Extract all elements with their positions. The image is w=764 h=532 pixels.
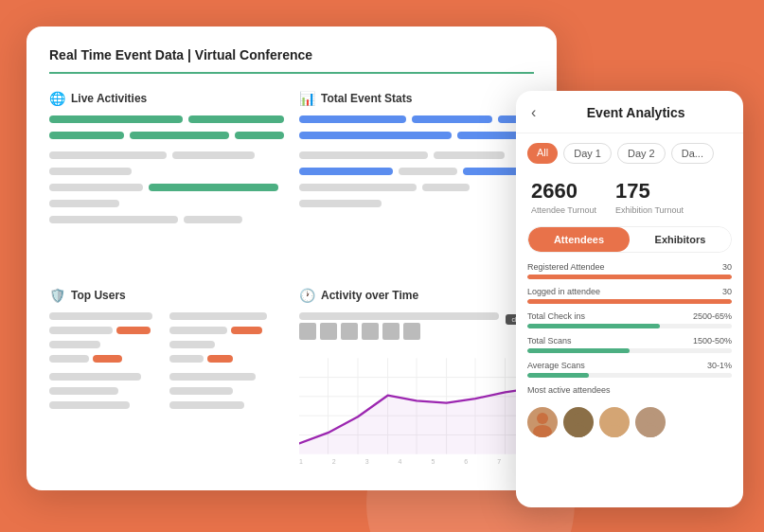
svg-point-13 bbox=[533, 425, 552, 437]
live-activities-bars bbox=[49, 115, 284, 226]
x-label: 3 bbox=[365, 458, 369, 465]
tab-day2[interactable]: Day 2 bbox=[617, 143, 666, 164]
bar bbox=[299, 323, 316, 340]
attendee-turnout-label: Attendee Turnout bbox=[531, 205, 596, 215]
bar bbox=[382, 323, 400, 340]
bar bbox=[49, 200, 119, 207]
bar bbox=[320, 323, 337, 340]
bar bbox=[169, 327, 227, 334]
bar bbox=[207, 355, 233, 363]
bar bbox=[299, 115, 406, 123]
metric-bar-fill bbox=[527, 324, 660, 328]
bar bbox=[169, 341, 215, 348]
bar bbox=[434, 151, 504, 159]
live-activities-label: Live Activities bbox=[71, 92, 147, 105]
bar bbox=[299, 312, 499, 320]
panel-title: Event Analytics bbox=[543, 105, 728, 120]
svg-point-18 bbox=[645, 413, 656, 424]
shield-icon: 🛡️ bbox=[49, 288, 65, 303]
metrics-list: Registered Attendee 30 Logged in attende… bbox=[516, 262, 743, 398]
svg-point-12 bbox=[537, 413, 548, 424]
attendee-turnout-number: 2660 bbox=[531, 179, 596, 204]
bar bbox=[188, 115, 284, 123]
avatar-1 bbox=[527, 407, 558, 437]
metric-logged-in: Logged in attendee 30 bbox=[527, 287, 732, 304]
avatar-2 bbox=[563, 407, 594, 437]
bar bbox=[299, 151, 428, 159]
svg-point-19 bbox=[641, 425, 660, 437]
clock-icon: 🕐 bbox=[299, 288, 315, 303]
total-event-stats-bars bbox=[299, 115, 534, 210]
total-event-stats-label: Total Event Stats bbox=[321, 92, 412, 105]
avatar-4 bbox=[635, 407, 666, 437]
exhibition-turnout-label: Exhibition Turnout bbox=[615, 205, 684, 215]
bar bbox=[169, 401, 244, 409]
top-users-grid bbox=[49, 312, 284, 412]
live-activities-section: 🌐 Live Activities bbox=[49, 91, 284, 273]
user-col-left bbox=[49, 312, 164, 412]
x-label: 5 bbox=[431, 458, 435, 465]
panel-header: ‹ Event Analytics bbox=[516, 91, 743, 133]
bar bbox=[49, 341, 100, 348]
metric-label: Logged in attendee bbox=[527, 287, 600, 296]
bar bbox=[169, 387, 233, 395]
bar bbox=[49, 401, 130, 409]
metric-bar-fill bbox=[527, 275, 732, 279]
activity-header: 🕐 Activity over Time bbox=[299, 288, 534, 303]
bar bbox=[93, 355, 121, 363]
bar bbox=[49, 184, 143, 191]
metric-label: Total Check ins bbox=[527, 311, 585, 321]
tab-all[interactable]: All bbox=[527, 143, 558, 164]
bar bbox=[169, 312, 267, 320]
live-activities-header: 🌐 Live Activities bbox=[49, 91, 284, 106]
bar bbox=[299, 184, 417, 191]
bar bbox=[49, 373, 141, 381]
x-label: 7 bbox=[497, 458, 501, 465]
svg-point-17 bbox=[605, 425, 624, 437]
tab-day1[interactable]: Day 1 bbox=[563, 143, 612, 164]
total-event-stats-section: 📊 Total Event Stats bbox=[299, 91, 534, 273]
bar bbox=[184, 216, 242, 223]
tab-more[interactable]: Da... bbox=[671, 143, 714, 164]
metric-bar-fill bbox=[527, 348, 630, 353]
avatar-3 bbox=[599, 407, 630, 437]
activity-chart bbox=[299, 354, 534, 458]
bar bbox=[130, 132, 229, 139]
exhibitors-toggle[interactable]: Exhibitors bbox=[630, 227, 731, 252]
attendees-toggle[interactable]: Attendees bbox=[528, 227, 630, 252]
exhibition-turnout-stat: 175 Exhibition Turnout bbox=[615, 179, 684, 215]
card-title: Real Time Event Data | Virtual Conferenc… bbox=[49, 47, 534, 74]
x-label: 4 bbox=[399, 458, 402, 465]
svg-point-15 bbox=[569, 425, 588, 437]
x-axis-labels: 1 2 3 4 5 6 7 8 bbox=[299, 458, 534, 465]
metric-total-checkins: Total Check ins 2500-65% bbox=[527, 311, 732, 328]
metric-value: 1500-50% bbox=[693, 336, 732, 346]
back-button[interactable]: ‹ bbox=[531, 104, 536, 121]
metric-value: 30 bbox=[722, 287, 732, 296]
chart-icon: 📊 bbox=[299, 91, 315, 106]
user-col-right bbox=[169, 312, 284, 412]
bar bbox=[399, 168, 457, 175]
bar bbox=[49, 115, 183, 123]
bar bbox=[116, 327, 151, 334]
top-users-section: 🛡️ Top Users bbox=[49, 288, 284, 470]
toggle-row: Attendees Exhibitors bbox=[527, 226, 732, 253]
bar bbox=[172, 151, 255, 159]
x-label: 1 bbox=[299, 458, 303, 465]
bar bbox=[49, 132, 124, 139]
total-event-stats-header: 📊 Total Event Stats bbox=[299, 91, 534, 106]
globe-icon: 🌐 bbox=[49, 91, 65, 106]
x-label: 2 bbox=[332, 458, 336, 465]
svg-point-16 bbox=[609, 413, 620, 424]
main-dashboard-card: Real Time Event Data | Virtual Conferenc… bbox=[27, 27, 557, 490]
bar bbox=[403, 323, 420, 340]
bar bbox=[299, 200, 382, 207]
bar bbox=[169, 355, 204, 363]
top-users-header: 🛡️ Top Users bbox=[49, 288, 284, 303]
attendee-turnout-stat: 2660 Attendee Turnout bbox=[531, 179, 596, 215]
bar bbox=[49, 312, 152, 320]
metric-bar-fill bbox=[527, 373, 589, 378]
bar bbox=[49, 327, 113, 334]
exhibition-turnout-number: 175 bbox=[615, 179, 684, 204]
metric-registered-attendee: Registered Attendee 30 bbox=[527, 262, 732, 279]
